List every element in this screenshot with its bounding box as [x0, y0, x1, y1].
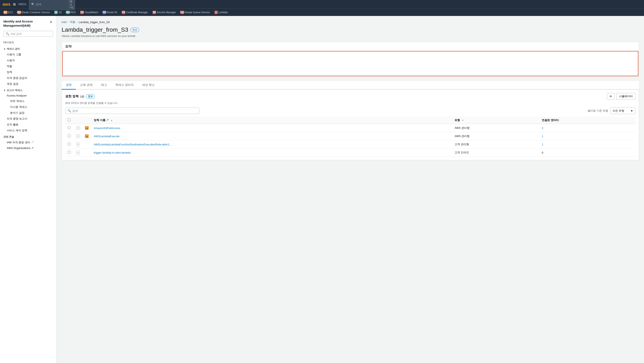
th-policy-name[interactable]: 정책 이름 ↗ ▲: [91, 117, 452, 124]
sidebar-item-service-control[interactable]: 서비스 제어 정책: [0, 128, 56, 133]
sqs-icon: SQS: [180, 11, 184, 14]
filter-type-select[interactable]: 모든 유형 ▼: [610, 107, 636, 114]
row4-checkbox[interactable]: [68, 151, 70, 154]
fav-lambda[interactable]: λ Lambda: [212, 10, 230, 15]
row3-expand-button[interactable]: +: [76, 142, 80, 146]
fav-ec2[interactable]: EC2 EC2: [2, 10, 15, 15]
sidebar-item-users[interactable]: 사용자: [0, 58, 56, 63]
fav-cloudwatch-label: CloudWatch: [84, 11, 98, 14]
row3-connected-cell[interactable]: 1: [539, 140, 636, 149]
row4-policy-link[interactable]: trigger-lambda-to-alert-lambda: [94, 151, 130, 154]
breadcrumb-sep-2: ›: [76, 21, 77, 24]
sidebar-item-access-analyzer[interactable]: Access Analyzer: [0, 93, 56, 98]
th-connected-entity-label: 연결된 엔터티: [542, 119, 559, 122]
sidebar-item-analyzer-settings[interactable]: 분석기 설정: [0, 110, 56, 116]
fav-route53-label: Route 53: [107, 11, 117, 14]
policies-toolbar: 🔍 필터링 기준 유형 모든 유형 ▼: [65, 107, 636, 114]
fav-ecs-label: Elastic Container Service: [22, 11, 50, 14]
row2-expand-cell: +: [74, 132, 82, 140]
sidebar-item-external-access[interactable]: 외부 액세스: [0, 98, 56, 104]
filter-label: 필터링 기준 유형: [588, 109, 608, 113]
fav-secretsmanager-label: Secrets Manager: [157, 11, 176, 14]
th-type[interactable]: 유형 ▼: [452, 117, 539, 124]
policy-search-box[interactable]: 🔍: [65, 108, 199, 114]
row1-expand-button[interactable]: +: [76, 126, 80, 130]
policies-title: 권한 정책 (4) 정보: [65, 94, 95, 99]
role-info-badge[interactable]: 정보: [130, 28, 139, 32]
ecs-icon: ECS: [18, 11, 21, 14]
fav-ecs[interactable]: ECS Elastic Container Service: [15, 10, 52, 15]
sidebar-item-account-settings[interactable]: 계정 설정: [0, 81, 56, 87]
refresh-button[interactable]: ⟳: [607, 93, 615, 100]
sidebar-item-dashboard[interactable]: 대시보드: [0, 39, 56, 46]
select-all-checkbox[interactable]: [68, 119, 70, 121]
fav-secretsmanager[interactable]: SM Secrets Manager: [150, 10, 178, 15]
row2-checkbox-cell: [65, 132, 74, 140]
sidebar-section-access-manage[interactable]: ▼ 액세스 관리: [0, 46, 56, 52]
row4-connected-cell: 0: [539, 149, 636, 157]
fav-certmanager[interactable]: CM Certificate Manager: [120, 10, 150, 15]
fav-sqs[interactable]: SQS Simple Queue Service: [178, 10, 212, 15]
fav-route53[interactable]: R53 Route 53: [100, 10, 119, 15]
tab-session-revoke[interactable]: 세션 취소: [138, 81, 159, 90]
sidebar-item-aws-organizations[interactable]: AWS Organizations ↗: [0, 145, 56, 151]
policy-search-input[interactable]: [72, 109, 197, 113]
search-icon: 🔍: [31, 3, 34, 6]
row2-policy-link[interactable]: AWSLambdaExecute: [94, 135, 120, 138]
sidebar: Identity and AccessManagement(IAM) ✕ 🔍 대…: [0, 16, 56, 363]
sidebar-item-cert-report[interactable]: 자격 증명 보고서: [0, 116, 56, 122]
rds-icon: RDS: [66, 11, 70, 14]
row2-checkbox[interactable]: [68, 135, 70, 137]
sidebar-search-box[interactable]: 🔍: [3, 31, 53, 37]
sidebar-item-user-groups[interactable]: 사용자 그룹: [0, 52, 56, 58]
sidebar-search-icon: 🔍: [6, 32, 9, 36]
service-menu[interactable]: 서비스: [18, 2, 26, 6]
row4-expand-cell: +: [74, 149, 82, 157]
tab-permissions[interactable]: 권한: [62, 81, 76, 90]
grid-icon[interactable]: ⊞: [13, 2, 16, 6]
ec2-icon: EC2: [4, 11, 7, 14]
sidebar-close-button[interactable]: ✕: [49, 19, 53, 25]
row4-expand-button[interactable]: +: [76, 151, 80, 154]
dropdown-icon: ▼: [630, 109, 633, 113]
tab-trust[interactable]: 신뢰 관계: [76, 81, 97, 90]
row1-name-cell: AmazonS3FullAccess: [91, 124, 452, 132]
fav-rds[interactable]: RDS RDS: [64, 10, 78, 15]
row1-policy-link[interactable]: AmazonS3FullAccess: [94, 127, 120, 130]
lambda-icon: λ: [214, 11, 218, 14]
sidebar-item-roles[interactable]: 역할: [0, 63, 56, 69]
global-search-input[interactable]: [36, 3, 67, 6]
row3-policy-link[interactable]: AWSLambdaLambdaFunctionDestinationExecut…: [94, 143, 172, 146]
global-search[interactable]: 🔍 [옵션+S]: [29, 0, 75, 10]
sidebar-item-policies[interactable]: 정책: [0, 69, 56, 75]
sidebar-item-unused-access[interactable]: 미사용 액세스: [0, 104, 56, 110]
aws-logo[interactable]: aws: [2, 2, 10, 7]
row1-checkbox[interactable]: [68, 126, 70, 129]
tab-access-advisor[interactable]: 액세스 관리자: [111, 81, 138, 90]
sidebar-section-report-access[interactable]: ▼ 보고서 액세스: [0, 87, 56, 93]
sidebar-item-cert-providers[interactable]: 자격 증명 공급자: [0, 75, 56, 81]
policies-info-badge[interactable]: 정보: [86, 94, 95, 99]
row1-connected-cell[interactable]: 2: [539, 124, 636, 132]
row2-connected-cell[interactable]: 1: [539, 132, 636, 140]
fav-ec2-label: EC2: [8, 11, 13, 14]
page-title: Lambda_trigger_from_S3: [62, 27, 128, 33]
row3-checkbox[interactable]: [68, 143, 70, 145]
sidebar-title: Identity and AccessManagement(IAM): [3, 19, 33, 28]
tab-tags[interactable]: 태그: [97, 81, 111, 90]
row4-type-cell: 고객 인라인: [452, 149, 539, 157]
add-policy-button[interactable]: 시뮬레이터: [616, 93, 636, 100]
row1-icon-cell: 📦: [82, 124, 91, 132]
fav-lambda-label: Lambda: [219, 11, 228, 14]
row2-expand-button[interactable]: +: [76, 134, 80, 138]
breadcrumb-roles[interactable]: 역할: [70, 20, 75, 24]
breadcrumb-iam[interactable]: IAM: [62, 21, 66, 24]
policies-header: 권한 정책 (4) 정보 ⟳ 시뮬레이터: [65, 93, 636, 100]
sidebar-search-input[interactable]: [10, 32, 51, 36]
fav-cloudwatch[interactable]: CW CloudWatch: [78, 10, 100, 15]
sidebar-item-org-activity[interactable]: 조직 활동: [0, 122, 56, 128]
sidebar-item-iam-cert-center[interactable]: IAM 자격 증명 센터 ↗: [0, 140, 56, 145]
route53-icon: R53: [103, 11, 106, 14]
fav-s3[interactable]: S3 S3: [52, 10, 64, 15]
row4-icon-cell: [82, 149, 91, 157]
